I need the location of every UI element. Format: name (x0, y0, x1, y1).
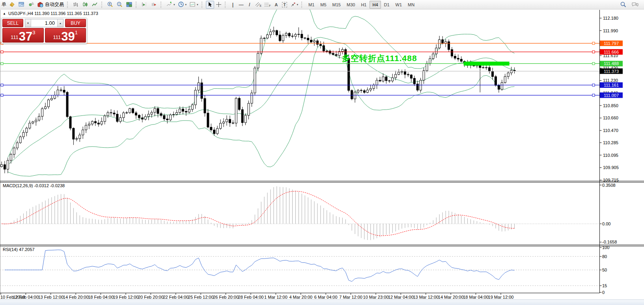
sell-button[interactable]: SELL (2, 19, 23, 27)
dropdown-chevron: ▾ (185, 3, 187, 6)
volume-stepper: ▾ ▴ (25, 19, 63, 27)
horizontal-line-tool-button[interactable]: — (237, 1, 245, 9)
autoscroll-button[interactable] (149, 1, 159, 9)
equidistant-channel-tool-button[interactable]: E (254, 1, 263, 9)
timeframe-button-m15[interactable]: M15 (330, 1, 343, 9)
macd-indicator-label: MACD(12,26,9) -0.0312 -0.0238 (3, 183, 65, 188)
vertical-line-tool-button[interactable]: | (229, 1, 237, 9)
svg-text:25 Feb 12:00: 25 Feb 12:00 (188, 295, 214, 299)
svg-text:13 Mar 12:00: 13 Mar 12:00 (413, 295, 439, 299)
cursor-tool-button[interactable] (206, 1, 214, 9)
charts-button[interactable] (17, 1, 26, 9)
timeframe-button-h4[interactable]: H4 (370, 1, 381, 9)
timeframe-button-m1[interactable]: M1 (306, 1, 317, 9)
timeframe-button-m30[interactable]: M30 (344, 1, 358, 9)
templates-icon (189, 1, 196, 8)
svg-text:4 Mar 20:00: 4 Mar 20:00 (289, 295, 312, 299)
svg-text:15: 15 (602, 283, 607, 288)
volume-decrease-button[interactable]: ▾ (25, 19, 31, 27)
chart-canvas[interactable]: 112.180111.990111.610111.420111.230111.0… (0, 9, 644, 299)
volume-input[interactable] (31, 19, 57, 27)
buy-price-display[interactable]: 111 39 1 (45, 28, 86, 43)
zoom-in-button[interactable] (106, 1, 115, 9)
svg-text:20 Feb 20:00: 20 Feb 20:00 (138, 295, 164, 299)
templates-button[interactable]: ▾ (188, 1, 200, 9)
toolbar-grip (202, 2, 204, 8)
horizontal-line-icon: — (239, 2, 244, 7)
svg-text:6 Mar 04:00: 6 Mar 04:00 (314, 295, 338, 299)
chat-button[interactable] (630, 1, 640, 9)
line-chart-type-button[interactable] (90, 1, 99, 9)
line-chart-icon (91, 1, 98, 8)
svg-text:111.161: 111.161 (604, 83, 619, 87)
sell-price-big: 37 (19, 31, 32, 42)
svg-text:110.660: 110.660 (603, 115, 618, 120)
buy-price-prefix: 111 (53, 34, 61, 40)
toolbar-grip (67, 2, 69, 8)
zoom-out-icon (116, 1, 123, 8)
chat-icon (631, 1, 639, 8)
svg-text:28 Feb 04:00: 28 Feb 04:00 (238, 295, 264, 299)
channel-sub-label: E (260, 4, 262, 7)
order-menu-label[interactable]: 单 (2, 1, 6, 8)
svg-text:110.850: 110.850 (603, 103, 618, 108)
dropdown-chevron: ▾ (297, 3, 299, 6)
text-tool-button[interactable]: A (273, 1, 280, 9)
symbol-ohlc-text: USDJPY-,H4 111.390 111.396 111.365 111.3… (8, 11, 98, 16)
cursor-icon (207, 2, 213, 7)
bar-chart-type-button[interactable] (71, 1, 80, 9)
collapse-trade-panel-icon[interactable]: ▲ (3, 12, 6, 15)
autotrading-icon (37, 1, 44, 8)
sell-price-display[interactable]: 111 37 3 (2, 28, 44, 43)
svg-text:111.230: 111.230 (603, 78, 618, 83)
svg-text:110.095: 110.095 (603, 153, 618, 158)
search-icon (620, 1, 627, 8)
svg-text:22 Feb 04:00: 22 Feb 04:00 (163, 295, 189, 299)
new-order-button[interactable] (7, 1, 17, 9)
svg-text:12 Mar 04:00: 12 Mar 04:00 (388, 295, 414, 299)
buy-button[interactable]: BUY (65, 19, 86, 27)
svg-text:19 Mar 12:00: 19 Mar 12:00 (488, 295, 514, 299)
svg-text:110.285: 110.285 (603, 140, 618, 145)
search-button[interactable] (619, 1, 628, 9)
signals-button[interactable] (26, 1, 35, 9)
chart-shift-button[interactable] (140, 1, 149, 9)
svg-text:111.488: 111.488 (604, 61, 619, 66)
arrows-tool-button[interactable]: ▾ (289, 1, 300, 9)
volume-increase-button[interactable]: ▴ (57, 19, 63, 27)
svg-text:19 Feb 12:00: 19 Feb 12:00 (113, 295, 139, 299)
timeframe-button-m5[interactable]: M5 (317, 1, 329, 9)
svg-text:50: 50 (602, 268, 607, 272)
zoom-out-button[interactable] (115, 1, 124, 9)
autoscroll-icon (151, 1, 157, 8)
chart-annotation-text[interactable]: 多空转折点111.488 (342, 53, 417, 64)
chart-shift-icon (141, 1, 148, 8)
toolbar-grip (136, 2, 138, 8)
svg-text:111.666: 111.666 (604, 50, 619, 54)
timeframe-button-w1[interactable]: W1 (393, 1, 405, 9)
timeframe-button-d1[interactable]: D1 (381, 1, 392, 9)
svg-text:18 Feb 04:00: 18 Feb 04:00 (88, 295, 114, 299)
timeframe-button-mn[interactable]: MN (405, 1, 417, 9)
zoom-in-icon (107, 1, 114, 8)
indicators-icon (166, 1, 173, 8)
buy-price-big: 39 (61, 31, 75, 42)
text-label-tool-button[interactable]: T (281, 1, 289, 9)
new-order-icon (9, 1, 15, 8)
sell-price-pip: 3 (32, 30, 35, 35)
svg-text:111.007: 111.007 (604, 93, 619, 98)
crosshair-tool-button[interactable] (215, 1, 223, 9)
trendline-tool-button[interactable]: / (246, 1, 254, 9)
autotrading-button[interactable]: 自动交易 (36, 1, 65, 9)
tile-windows-button[interactable] (125, 1, 134, 9)
buy-price-pip: 1 (75, 30, 78, 35)
periods-button[interactable]: ▾ (177, 1, 188, 9)
indicators-button[interactable]: ▾ (165, 1, 176, 9)
timeframe-button-h1[interactable]: H1 (358, 1, 369, 9)
dropdown-chevron: ▾ (174, 3, 175, 6)
top-toolbar: 单 自动交易 ▾ ▾ (0, 0, 644, 9)
svg-text:-0.1658: -0.1658 (602, 240, 617, 244)
fibonacci-tool-button[interactable]: F (263, 1, 272, 9)
svg-text:14 Mar 20:00: 14 Mar 20:00 (438, 295, 464, 299)
candlestick-type-button[interactable] (81, 1, 90, 9)
